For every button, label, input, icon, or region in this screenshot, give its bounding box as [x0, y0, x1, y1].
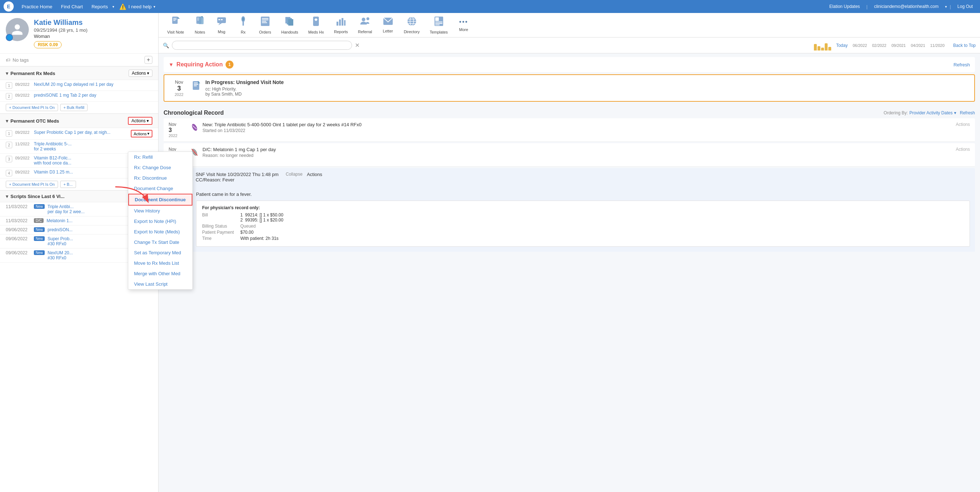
perm-rx-toggle[interactable]: ▾ [6, 71, 8, 76]
snf-collapse-button[interactable]: Collapse [286, 172, 303, 177]
otc-med-num-1: 1 [6, 130, 12, 137]
menu-item-merge[interactable]: Merge with Other Med [128, 268, 192, 279]
chron-item-2-sub: Reason: no longer needed [202, 153, 951, 158]
perm-rx-bulk-button[interactable]: + Bulk Refill [60, 104, 88, 111]
script-date-1: 11/03/2022 [6, 204, 31, 209]
menu-item-export-meds[interactable]: Export to Note (Meds) [128, 227, 192, 237]
toolbar-orders[interactable]: Orders [254, 13, 276, 37]
toolbar-rx[interactable]: Rx [232, 13, 254, 37]
toolbar-notes[interactable]: Notes [189, 13, 211, 37]
add-tag-button[interactable]: + [145, 56, 153, 64]
practice-home-link[interactable]: Practice Home [18, 3, 56, 11]
script-badge-3: New [34, 227, 45, 232]
toolbar-letter[interactable]: Letter [377, 14, 399, 36]
timeline-date-4[interactable]: 04/2021 [911, 43, 925, 48]
ra-toggle[interactable]: ▼ [169, 62, 173, 67]
perm-otc-toggle[interactable]: ▾ [6, 118, 8, 124]
avatar-icon [11, 23, 24, 36]
svg-rect-26 [313, 17, 319, 26]
tags-row: 🏷 No tags + [0, 54, 158, 66]
help-button[interactable]: ⚠️ I need help ▾ [116, 2, 159, 11]
logout-link[interactable]: Log Out [954, 3, 977, 10]
elation-updates-link[interactable]: Elation Updates [826, 3, 864, 10]
chron-day-1: 3 [169, 127, 187, 133]
timeline-bar-segment-4 [825, 43, 827, 51]
chron-item-1-title[interactable]: New: Triple Antibiotic 5-400-5000 Oint 1… [202, 122, 951, 127]
script-date-5: 09/06/2022 [6, 250, 31, 256]
otc-med-name-2[interactable]: Triple Antibiotic 5-...for 2 weeks [34, 141, 153, 152]
perm-otc-actions-button[interactable]: Actions ▾ [128, 117, 153, 125]
menu-item-document-change[interactable]: Document Change [128, 183, 192, 194]
timeline-date-2[interactable]: 02/2022 [872, 43, 886, 48]
toolbar-referral[interactable]: Referral [353, 14, 377, 37]
actions-dropdown-menu: Rx: Refill Rx: Change Dose Rx: Discontin… [128, 152, 193, 290]
timeline-date-3[interactable]: 09/2021 [891, 43, 906, 48]
menu-item-set-temp[interactable]: Set as Temporary Med [128, 248, 192, 258]
menu-item-view-last[interactable]: View Last Script [128, 279, 192, 289]
orders-label: Orders [259, 30, 271, 34]
toolbar-more[interactable]: ••• More [453, 16, 474, 35]
chron-item-1-content: New: Triple Antibiotic 5-400-5000 Oint 1… [202, 122, 951, 133]
back-to-top-button[interactable]: Back to Top [953, 43, 976, 48]
timeline-today-label[interactable]: Today [836, 43, 848, 48]
requiring-action-refresh[interactable]: Refresh [953, 62, 970, 67]
reports-link[interactable]: Reports [88, 3, 112, 11]
rx-icon [240, 16, 247, 29]
svg-rect-32 [344, 20, 345, 26]
menu-item-rx-change-dose[interactable]: Rx: Change Dose [128, 162, 192, 173]
action-card-title[interactable]: In Progress: Unsigned Visit Note [205, 79, 284, 85]
letter-label: Letter [383, 29, 393, 33]
menu-item-move-rx[interactable]: Move to Rx Meds List [128, 258, 192, 268]
no-tags-label: No tags [13, 58, 29, 63]
toolbar-meds-hx[interactable]: Meds Hx [303, 13, 329, 37]
toolbar-templates[interactable]: Templates [425, 13, 453, 37]
orders-icon [261, 16, 270, 29]
svg-point-33 [362, 18, 365, 21]
toolbar-visit-note[interactable]: Visit Note [162, 13, 189, 37]
chron-item-2-actions[interactable]: Actions [956, 147, 970, 152]
menu-item-rx-discontinue[interactable]: Rx: Discontinue [128, 173, 192, 183]
script-date-3: 09/06/2022 [6, 227, 31, 232]
rx-med-name-2[interactable]: predniSONE 1 mg Tab 2 per day [34, 93, 153, 98]
otc-med-name-1[interactable]: Super Probiotic Cap 1 per day, at nigh..… [34, 130, 128, 135]
snf-cc: CC/Reason: Fever [196, 177, 278, 182]
search-input[interactable] [172, 41, 352, 50]
clear-search-button[interactable]: ✕ [355, 42, 360, 49]
timeline-date-1[interactable]: 06/2022 [853, 43, 867, 48]
chron-item-1-actions[interactable]: Actions [956, 122, 970, 127]
user-email-link[interactable]: cliniciandemo@elationhealth.com [870, 3, 942, 10]
menu-item-export-hpi[interactable]: Export to Note (HPI) [128, 216, 192, 227]
otc-med-1-actions-button[interactable]: Actions ▾ [131, 130, 153, 137]
snf-time-label: Time [202, 236, 238, 241]
menu-item-document-discontinue[interactable]: Document Discontinue [128, 194, 192, 206]
toolbar-handouts[interactable]: Handouts [276, 13, 303, 37]
svg-rect-29 [337, 22, 338, 26]
rx-med-name-1[interactable]: NexIUM 20 mg Cap delayed rel 1 per day [34, 82, 153, 87]
reports-dropdown-icon: ▾ [112, 5, 114, 9]
find-chart-link[interactable]: Find Chart [57, 3, 86, 11]
perm-rx-doc-button[interactable]: + Document Med Pt Is On [6, 104, 58, 111]
perm-otc-doc-button[interactable]: + Document Med Pt Is On [6, 181, 58, 188]
script-badge-1: New [34, 204, 45, 209]
menu-item-change-tx[interactable]: Change Tx Start Date [128, 237, 192, 248]
toolbar-reports[interactable]: Reports [329, 14, 353, 37]
ordering-link[interactable]: Provider Activity Dates [909, 110, 953, 115]
menu-item-rx-refill[interactable]: Rx: Refill [128, 152, 192, 162]
chron-refresh[interactable]: Refresh [960, 110, 975, 115]
toolbar-msg[interactable]: Msg [211, 14, 232, 37]
scripts-toggle[interactable]: ▾ [6, 194, 8, 199]
action-card-month: Nov [170, 79, 188, 85]
snf-bill-title: For physician's record only: [202, 205, 964, 210]
perm-rx-actions-button[interactable]: Actions ▾ [129, 70, 153, 77]
timeline-date-5[interactable]: 11/2020 [930, 43, 945, 48]
perm-otc-bulk-button[interactable]: + B... [60, 181, 76, 188]
timeline-bar [814, 40, 831, 51]
menu-item-view-history[interactable]: View History [128, 206, 192, 216]
snf-patient-payment-row: Patient Payment $70.00 [202, 230, 964, 235]
otc-med-num-3: 3 [6, 156, 12, 162]
chron-item-2-title[interactable]: D/C: Melatonin 1 mg Cap 1 per day [202, 147, 951, 152]
snf-title[interactable]: SNF Visit Note 10/20/2022 Thu 1:48 pm [196, 172, 278, 177]
toolbar-directory[interactable]: Directory [399, 14, 425, 37]
svg-rect-22 [262, 22, 267, 23]
snf-actions[interactable]: Actions [307, 172, 323, 177]
